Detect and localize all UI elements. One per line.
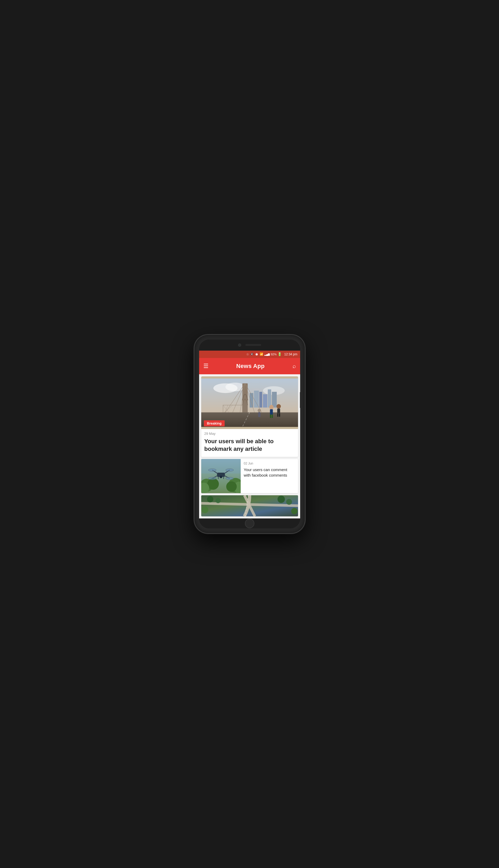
signal-icon: ▂▄▆: [264, 353, 270, 356]
hamburger-menu-icon[interactable]: ☰: [203, 363, 209, 369]
svg-point-53: [207, 496, 213, 502]
mute-icon: 🔇: [250, 353, 254, 356]
svg-point-26: [277, 404, 281, 408]
svg-point-46: [226, 469, 234, 471]
status-bar: ☆ 🔇 ⏰ 📶 ▂▄▆ 92% 🔋 12:34 pm: [199, 351, 300, 358]
svg-rect-5: [254, 391, 258, 407]
svg-point-57: [202, 506, 208, 513]
svg-rect-7: [263, 394, 267, 408]
bluetooth-icon: ☆: [246, 353, 249, 356]
svg-rect-39: [201, 459, 241, 474]
svg-point-47: [208, 477, 216, 480]
battery-percentage: 92%: [271, 353, 277, 356]
svg-point-56: [286, 499, 292, 505]
featured-image: Breaking: [201, 376, 298, 429]
svg-rect-25: [271, 415, 273, 418]
article-item-aerial[interactable]: [201, 495, 298, 516]
article-item-drone[interactable]: 02 Jun Your users can comment with faceb…: [201, 459, 298, 493]
screen-content: Breaking 29 May Your users will be able …: [199, 374, 300, 518]
featured-article-title: Your users will be able to bookmark any …: [201, 437, 298, 457]
phone-bottom-bar: [199, 518, 300, 528]
svg-rect-23: [270, 409, 273, 415]
svg-rect-29: [279, 413, 280, 417]
status-icons: ☆ 🔇 ⏰ 📶 ▂▄▆ 92% 🔋: [246, 352, 282, 356]
speaker-grille: [245, 344, 261, 346]
svg-point-38: [226, 481, 237, 492]
article-thumb-drone: [201, 459, 241, 493]
svg-rect-31: [258, 412, 260, 417]
svg-point-55: [278, 496, 285, 503]
app-bar: ☰ News App ⌕: [199, 358, 300, 374]
status-time: 12:34 pm: [284, 353, 297, 356]
article-body-drone: 02 Jun Your users can comment with faceb…: [241, 459, 298, 493]
svg-point-22: [269, 405, 273, 409]
article-title-drone: Your users can comment with facebook com…: [244, 467, 295, 478]
svg-point-49: [220, 476, 222, 478]
svg-rect-6: [259, 392, 262, 408]
featured-article-date: 29 May: [201, 429, 298, 437]
app-title: News App: [236, 363, 265, 369]
svg-rect-4: [250, 393, 253, 407]
article-date-drone: 02 Jun: [244, 462, 295, 465]
svg-point-48: [226, 477, 234, 480]
alarm-icon: ⏰: [255, 353, 258, 356]
aerial-scene-svg: [201, 495, 298, 516]
breaking-badge: Breaking: [204, 420, 225, 426]
wifi-icon: 📶: [260, 353, 263, 356]
svg-rect-27: [277, 408, 280, 413]
camera-lens: [238, 343, 241, 347]
svg-point-54: [216, 498, 221, 503]
phone-top-notch: [199, 340, 300, 351]
phone-device: ☆ 🔇 ⏰ 📶 ▂▄▆ 92% 🔋 12:34 pm ☰ News App ⌕: [194, 335, 305, 533]
svg-rect-8: [268, 389, 271, 407]
drone-scene-svg: [201, 459, 241, 493]
search-button-icon[interactable]: ⌕: [292, 363, 296, 369]
svg-point-45: [208, 469, 216, 471]
volume-button: [300, 392, 300, 408]
battery-icon: 🔋: [278, 352, 282, 356]
home-button[interactable]: [245, 519, 254, 528]
svg-rect-28: [277, 413, 278, 417]
svg-point-2: [226, 383, 245, 391]
featured-article-card[interactable]: Breaking 29 May Your users will be able …: [201, 376, 298, 457]
svg-point-58: [291, 508, 297, 514]
svg-point-30: [257, 409, 261, 412]
svg-rect-10: [242, 383, 247, 417]
phone-screen: ☆ 🔇 ⏰ 📶 ▂▄▆ 92% 🔋 12:34 pm ☰ News App ⌕: [199, 340, 300, 528]
svg-rect-24: [270, 415, 271, 418]
svg-rect-9: [272, 392, 277, 408]
